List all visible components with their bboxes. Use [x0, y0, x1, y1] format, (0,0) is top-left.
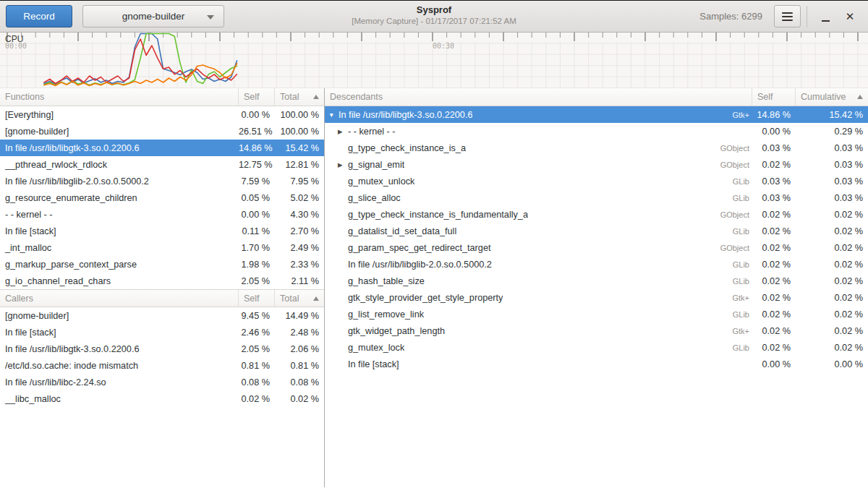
row-function-name: [gnome-builder] — [0, 311, 239, 321]
record-button[interactable]: Record — [6, 5, 72, 27]
tree-row[interactable]: ▶g_signal_emitGObject0.02 %0.03 % — [325, 156, 868, 173]
tree-row[interactable]: In file /usr/lib/libglib-2.0.so.0.5000.2… — [325, 256, 868, 273]
row-self-percent: 0.81 % — [239, 361, 275, 371]
tree-row[interactable]: In file [stack]0.00 %0.00 % — [325, 356, 868, 372]
row-function-name: g_mutex_unlockGLib — [325, 176, 752, 187]
row-self-percent: 0.00 % — [752, 359, 796, 369]
table-row[interactable]: __pthread_rwlock_rdlock12.75 %12.81 % — [0, 156, 324, 173]
table-row[interactable]: /etc/ld.so.cache: inode mismatch0.81 %0.… — [0, 357, 324, 374]
tree-row[interactable]: g_slice_allocGLib0.03 %0.03 % — [325, 189, 868, 206]
table-row[interactable]: [Everything]0.00 %100.00 % — [0, 106, 324, 123]
function-label: In file /usr/lib/libglib-2.0.so.0.5000.2 — [348, 260, 492, 270]
table-row[interactable]: g_markup_parse_context_parse1.98 %2.33 % — [0, 256, 324, 273]
minimize-button[interactable] — [813, 5, 838, 27]
row-total-percent: 2.70 % — [275, 226, 324, 236]
row-self-percent: 2.05 % — [239, 276, 275, 286]
callers-column-header[interactable]: Callers — [0, 290, 239, 307]
row-total-percent: 5.02 % — [275, 193, 324, 203]
tree-row[interactable]: ▶- - kernel - -0.00 %0.29 % — [325, 123, 868, 140]
table-row[interactable]: In file /usr/lib/libgtk-3.so.0.2200.614.… — [0, 140, 324, 156]
row-self-percent: 1.70 % — [239, 243, 275, 253]
table-row[interactable]: g_io_channel_read_chars2.05 %2.11 % — [0, 273, 324, 289]
row-total-percent: 2.33 % — [275, 260, 324, 270]
functions-table-header: Functions Self Total — [0, 88, 324, 106]
tree-row[interactable]: g_mutex_unlockGLib0.03 %0.03 % — [325, 173, 868, 189]
cpu-usage-graph[interactable]: CPU 00:00 00:30 — [0, 33, 868, 88]
row-function-name: g_markup_parse_context_parse — [0, 260, 239, 270]
callers-total-column-header[interactable]: Total — [275, 290, 324, 307]
row-total-percent: 2.48 % — [275, 328, 324, 338]
row-function-name: In file /usr/lib/libgtk-3.so.0.2200.6 — [0, 143, 239, 153]
function-label: gtk_style_provider_get_style_property — [348, 293, 503, 303]
row-self-percent: 0.03 % — [752, 193, 796, 203]
expander-right-icon[interactable]: ▶ — [338, 161, 348, 168]
row-total-percent: 2.06 % — [275, 344, 324, 354]
library-tag: GLib — [727, 277, 749, 286]
minimize-icon — [822, 20, 830, 22]
row-function-name: g_resource_enumerate_children — [0, 193, 239, 203]
expander-right-icon[interactable]: ▶ — [338, 128, 348, 135]
table-row[interactable]: _int_malloc1.70 %2.49 % — [0, 239, 324, 256]
table-row[interactable]: - - kernel - -0.00 %4.30 % — [0, 206, 324, 223]
functions-total-column-header[interactable]: Total — [275, 88, 324, 106]
target-select-dropdown[interactable]: gnome-builder — [82, 5, 224, 27]
descendants-cumulative-column-header[interactable]: Cumulative — [796, 88, 868, 106]
functions-column-header[interactable]: Functions — [0, 88, 239, 106]
row-cumulative-percent: 0.29 % — [796, 127, 868, 137]
functions-table: [Everything]0.00 %100.00 %[gnome-builder… — [0, 106, 324, 289]
callers-table-header: Callers Self Total — [0, 289, 324, 307]
table-row[interactable]: g_resource_enumerate_children0.05 %5.02 … — [0, 189, 324, 206]
row-function-name: g_io_channel_read_chars — [0, 276, 239, 286]
row-total-percent: 100.00 % — [275, 127, 324, 137]
hamburger-menu-button[interactable] — [774, 5, 801, 27]
tree-row[interactable]: g_hash_table_sizeGLib0.02 %0.02 % — [325, 273, 868, 289]
samples-count: Samples: 6299 — [699, 11, 762, 22]
row-cumulative-percent: 15.42 % — [796, 110, 868, 120]
row-function-name: _int_malloc — [0, 243, 239, 253]
row-cumulative-percent: 0.02 % — [796, 276, 868, 286]
tree-row[interactable]: g_type_check_instance_is_fundamentally_a… — [325, 206, 868, 223]
row-self-percent: 0.02 % — [752, 226, 796, 236]
row-total-percent: 4.30 % — [275, 210, 324, 220]
table-row[interactable]: In file /usr/lib/libgtk-3.so.0.2200.62.0… — [0, 341, 324, 357]
descendants-self-column-header[interactable]: Self — [752, 88, 796, 106]
function-label: In file [stack] — [348, 359, 399, 369]
row-function-name: In file /usr/lib/libglib-2.0.so.0.5000.2 — [0, 176, 239, 187]
close-button[interactable]: ✕ — [838, 5, 862, 27]
table-row[interactable]: In file /usr/lib/libglib-2.0.so.0.5000.2… — [0, 173, 324, 189]
tree-row[interactable]: g_list_remove_linkGLib0.02 %0.02 % — [325, 306, 868, 322]
expander-down-icon[interactable]: ▼ — [328, 111, 339, 119]
row-function-name: g_datalist_id_set_data_fullGLib — [325, 226, 752, 236]
tree-row[interactable]: g_type_check_instance_is_aGObject0.03 %0… — [325, 140, 868, 156]
tree-row[interactable]: g_mutex_lockGLib0.02 %0.02 % — [325, 339, 868, 356]
table-row[interactable]: In file [stack]2.46 %2.48 % — [0, 324, 324, 341]
function-label: g_slice_alloc — [348, 193, 401, 203]
row-cumulative-percent: 0.02 % — [796, 293, 868, 303]
row-function-name: [Everything] — [0, 110, 239, 120]
row-self-percent: 0.03 % — [752, 143, 796, 153]
descendants-panel: Descendants Self Cumulative ▼In file /us… — [325, 88, 868, 487]
row-function-name: In file [stack] — [0, 226, 239, 236]
descendants-column-header[interactable]: Descendants — [325, 88, 752, 106]
table-row[interactable]: [gnome-builder]9.45 %14.49 % — [0, 307, 324, 324]
table-row[interactable]: In file [stack]0.11 %2.70 % — [0, 223, 324, 239]
row-self-percent: 2.46 % — [239, 328, 275, 338]
table-row[interactable]: __libc_malloc0.02 %0.02 % — [0, 390, 324, 407]
function-label: g_datalist_id_set_data_full — [348, 226, 456, 236]
tree-row[interactable]: g_datalist_id_set_data_fullGLib0.02 %0.0… — [325, 223, 868, 239]
table-row[interactable]: In file /usr/lib/libc-2.24.so0.08 %0.08 … — [0, 374, 324, 390]
library-tag: GLib — [727, 343, 749, 352]
row-self-percent: 0.00 % — [752, 127, 796, 137]
tree-row[interactable]: gtk_style_provider_get_style_propertyGtk… — [325, 289, 868, 306]
functions-self-column-header[interactable]: Self — [239, 88, 275, 106]
tree-row[interactable]: gtk_widget_path_lengthGtk+0.02 %0.02 % — [325, 322, 868, 339]
library-tag: GLib — [727, 260, 749, 269]
function-label: g_type_check_instance_is_a — [348, 143, 466, 153]
row-cumulative-percent: 0.02 % — [796, 243, 868, 253]
callers-self-column-header[interactable]: Self — [239, 290, 275, 307]
row-function-name: g_type_check_instance_is_fundamentally_a… — [325, 210, 752, 220]
row-self-percent: 0.03 % — [752, 176, 796, 187]
table-row[interactable]: [gnome-builder]26.51 %100.00 % — [0, 123, 324, 140]
tree-row[interactable]: g_param_spec_get_redirect_targetGObject0… — [325, 239, 868, 256]
tree-row[interactable]: ▼In file /usr/lib/libgtk-3.so.0.2200.6Gt… — [325, 106, 868, 123]
